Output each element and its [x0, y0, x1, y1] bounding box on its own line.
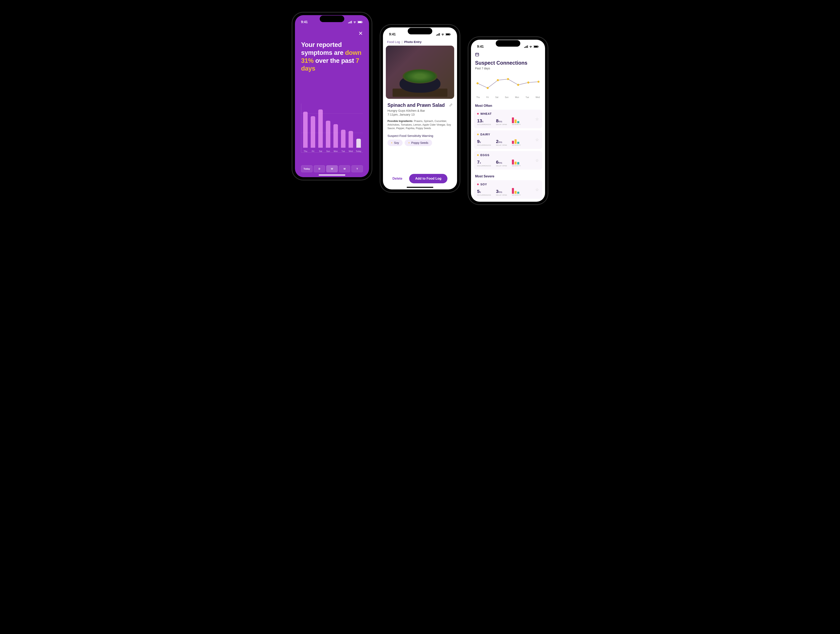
star-icon[interactable]: ☆ [535, 117, 539, 121]
bar-col: Wed [348, 131, 353, 153]
chart-label: Fri [486, 96, 489, 98]
sensitivity-warning: Suspect Food Sensitivity Warning [387, 134, 453, 137]
star-icon[interactable]: ☆ [535, 137, 539, 142]
notch [320, 16, 344, 22]
bar-label: Wed [349, 150, 353, 152]
food-card-soy[interactable]: SOY5xOCCURRENCES3hrsDELAY SPANSEVERITY☆ [474, 180, 542, 199]
page-subtitle: Past 7 days [471, 67, 545, 73]
stat-severity: SEVERITY [512, 188, 521, 196]
food-name: EGGS [477, 153, 539, 157]
svg-rect-0 [348, 22, 349, 23]
bar [333, 124, 338, 148]
stat-occurrences: 9xOCCURRENCES [477, 139, 491, 146]
delete-button[interactable]: Delete [393, 177, 403, 180]
svg-rect-6 [362, 22, 363, 22]
close-icon[interactable]: ✕ [358, 30, 363, 36]
symptom-bar-chart: ThuFriSatSunMonTueWedToday [301, 104, 363, 161]
bar [326, 121, 330, 148]
breadcrumb: Food Log | Photo Entry [383, 38, 457, 46]
chip-poppy-seeds[interactable]: Poppy Seeds [405, 140, 432, 146]
bar-label: Tue [342, 150, 345, 152]
food-place: Hungry Guys Kitchen & Bar [387, 109, 453, 112]
signal-icon [524, 46, 528, 48]
stat-severity: SEVERITY [512, 138, 521, 146]
time-tab-w[interactable]: W [326, 165, 338, 172]
section-most-often: Most Often [471, 101, 545, 110]
food-card-eggs[interactable]: EGGS7xOCCURRENCES6hrsDELAY SPANSEVERITY☆ [474, 151, 542, 170]
home-indicator[interactable] [407, 187, 433, 188]
svg-rect-9 [438, 33, 439, 36]
svg-rect-16 [526, 46, 527, 48]
chart-label: Sat [495, 96, 498, 98]
battery-icon [445, 33, 451, 36]
bar [303, 112, 308, 148]
bar-label: Fri [312, 150, 314, 152]
ingredients-label: Possible Ingredients [387, 120, 412, 123]
phone-connections: 9:41 Suspect Connections Past 7 days Thu… [468, 37, 548, 205]
svg-rect-1 [349, 22, 350, 23]
status-time: 9:41 [477, 45, 484, 49]
time-tab-d[interactable]: D [314, 165, 325, 172]
ingredients: Possible Ingredients: Prawns, Spinach, C… [387, 120, 453, 130]
svg-point-30 [527, 81, 529, 84]
phone-foodlog: 9:41 Food Log | Photo Entry Spinach and … [380, 25, 460, 192]
stat-delay: 6hrsDELAY SPAN [496, 159, 507, 167]
screen-symptoms: 9:41 ✕ Your reported symptoms are down 3… [295, 15, 369, 177]
status-time: 9:41 [301, 20, 308, 24]
time-tab-today[interactable]: Today [301, 165, 313, 172]
add-to-log-button[interactable]: Add to Food Log [409, 174, 448, 183]
svg-point-29 [517, 84, 519, 86]
svg-rect-10 [439, 33, 440, 36]
edit-icon[interactable] [449, 103, 453, 107]
svg-rect-5 [358, 21, 362, 23]
star-icon[interactable]: ☆ [535, 158, 539, 163]
connections-line-chart: ThuFriSatSunMonTueWed [475, 73, 541, 99]
action-row: Delete Add to Food Log [383, 174, 457, 183]
bar [318, 109, 323, 148]
bar-col: Thu [303, 112, 308, 152]
dot-icon [477, 134, 479, 135]
stats-card: ✕ Your reported symptoms are down 31% ov… [297, 27, 366, 177]
headline-text: Your reported symptoms are [301, 41, 345, 56]
svg-rect-8 [437, 34, 438, 36]
bar-label: Sat [319, 150, 322, 152]
signal-icon [348, 21, 352, 23]
time-tab-y[interactable]: Y [351, 165, 363, 172]
food-time: 7:11pm, January 13 [387, 113, 453, 116]
stat-severity: SEVERITY [512, 158, 521, 167]
bar-label: Sun [326, 150, 330, 152]
headline-text2: over the past [314, 57, 356, 64]
battery-icon [358, 21, 363, 23]
stat-occurrences: 5xOCCURRENCES [477, 189, 491, 196]
wifi-icon [441, 33, 444, 36]
food-card-dairy[interactable]: DAIRY9xOCCURRENCES2hrsDELAY SPANSEVERITY… [474, 130, 542, 149]
bar-col: Fri [311, 116, 316, 152]
headline: Your reported symptoms are down 31% over… [301, 41, 363, 73]
time-tab-m[interactable]: M [339, 165, 351, 172]
wifi-icon [353, 21, 356, 23]
phone-symptoms: 9:41 ✕ Your reported symptoms are down 3… [292, 12, 372, 180]
svg-rect-7 [436, 35, 437, 36]
section-most-severe: Most Severe [471, 172, 545, 180]
dot-icon [477, 183, 479, 185]
star-icon[interactable]: ☆ [535, 187, 539, 192]
svg-rect-15 [525, 46, 526, 48]
chip-soy[interactable]: Soy [387, 140, 403, 146]
svg-rect-14 [524, 47, 525, 48]
stat-delay: 3hrsDELAY SPAN [496, 189, 507, 196]
home-indicator[interactable] [319, 175, 345, 175]
screen-foodlog: 9:41 Food Log | Photo Entry Spinach and … [383, 27, 457, 189]
chart-label: Wed [536, 96, 540, 98]
svg-rect-19 [534, 46, 538, 47]
food-photo[interactable] [386, 46, 454, 99]
dot-icon [477, 113, 479, 115]
svg-rect-21 [475, 53, 479, 56]
bar [311, 116, 315, 148]
battery-icon [534, 46, 539, 48]
chart-label: Tue [526, 96, 529, 98]
crumb-parent[interactable]: Food Log [387, 40, 400, 44]
food-name: SOY [477, 183, 539, 186]
svg-point-26 [487, 87, 489, 89]
food-card-wheat[interactable]: WHEAT13xOCCURRENCES8hrsDELAY SPANSEVERIT… [474, 110, 542, 128]
calendar-icon[interactable] [475, 52, 541, 57]
